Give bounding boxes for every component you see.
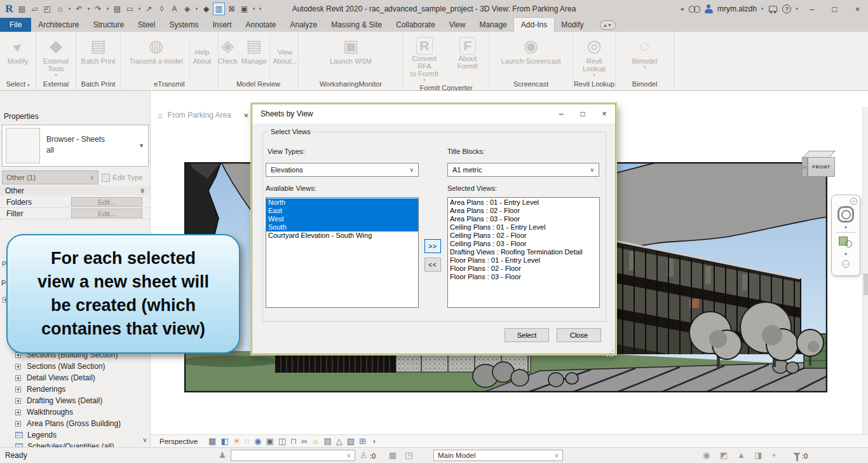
tree-item[interactable]: Schedules/Quantities (all) [0,441,141,447]
list-item[interactable]: South [266,223,418,232]
ribbon-tab[interactable]: Collaborate [389,18,442,32]
ribbon-tab[interactable]: Add-Ins [514,18,554,32]
ribbon-tab[interactable]: Massing & Site [324,18,389,32]
search-icon[interactable] [689,5,700,13]
transmit-a-model-button[interactable]: ◍ Transmit a model [125,34,188,79]
ribbon-tab[interactable]: Steel [131,18,162,32]
move-left-button[interactable]: << [424,258,441,272]
close-button[interactable]: Close [557,328,601,342]
element-filter-combo[interactable]: Other (1)∨ [2,170,98,184]
panel-footer-model-review[interactable]: Model Review [219,79,298,90]
scrollbar-thumb[interactable] [864,273,868,295]
redo-icon[interactable]: ↷ [92,3,104,15]
switch-windows-caret-icon[interactable]: ▾ [251,3,257,15]
modify-button[interactable]: ► Modify [6,34,29,79]
list-item[interactable]: Ceiling Plans : 01 - Entry Level [448,223,599,232]
navbar-close-icon[interactable]: × [850,198,857,205]
view-types-combo[interactable]: Elevations∨ [266,163,419,177]
dialog-maximize-icon[interactable]: □ [572,104,593,123]
select-pinned-elements-icon[interactable]: ▲ [737,450,745,460]
customize-qat-icon[interactable]: ▾ [257,3,263,15]
highlight-displacement-icon[interactable]: ▧ [347,437,355,445]
tree-item[interactable]: Sections (Wall Section) [0,361,141,372]
window-minimize-icon[interactable]: – [803,1,821,17]
tag-by-category-icon[interactable]: ◊ [156,3,168,15]
view-tab-from-parking-area[interactable]: ⌂ From Parking Area × [153,106,254,125]
launch-wsm-button[interactable]: ▣ Launch WSM [329,34,373,79]
undo-icon[interactable]: ↶ [73,3,85,15]
tree-item[interactable]: Renderings [0,384,141,395]
dialog-minimize-icon[interactable]: – [550,104,572,123]
signed-in-user[interactable]: mrym.alzdh [717,4,757,13]
tree-item[interactable]: Walkthroughs [0,406,141,418]
expand-icon[interactable] [15,375,21,381]
viewbar-collapse-icon[interactable]: ‹ [373,438,376,445]
user-avatar-icon[interactable] [705,4,713,13]
zoom-options-caret-icon[interactable]: ▾ [844,251,847,257]
synchronize-icon[interactable]: ⌂ [54,3,66,15]
ribbon-display-toggle[interactable]: ▴▾ [600,20,616,30]
title-blocks-combo[interactable]: A1 metric∨ [447,163,599,177]
panel-footer-external[interactable]: External [36,79,76,90]
navigation-bar[interactable]: × ▾ ▾ – [831,195,860,276]
ribbon-tab[interactable]: Structure [86,18,131,32]
panel-footer-screencast[interactable]: Screencast [489,79,573,90]
about-formit-button[interactable]: F About FormIt [447,34,489,83]
list-item[interactable]: Courtyard Elevation - South Wing [266,232,418,240]
file-tabs-icon[interactable]: ▤ [16,3,28,15]
viewcube[interactable]: I1 FRONT [799,151,839,184]
ribbon-tab[interactable]: Analyze [283,18,325,32]
ribbon-tab[interactable]: Manage [472,18,513,32]
reveal-hidden-elements-icon[interactable]: ☼ [311,437,319,445]
analytical-model-icon[interactable]: △ [336,437,342,445]
viewcube-left-face[interactable]: I1 [802,157,808,177]
view-scale-label[interactable]: Perspective [159,438,198,445]
type-selector-caret-icon[interactable]: ▾ [140,142,143,149]
window-restore-icon[interactable]: □ [825,1,844,17]
external-tools-button[interactable]: ◆ External Tools ▾ [42,34,70,79]
panel-footer-select[interactable]: Select ▾ [0,79,36,90]
sun-path-icon[interactable]: ☀ [233,437,241,445]
collapse-section-icon[interactable]: ≪ [139,188,145,193]
3d-view-caret-icon[interactable]: ▾ [194,3,200,15]
dialog-titlebar[interactable]: Sheets by View – □ × [252,104,615,123]
bimodel-button[interactable]: ◌ Bimodel ▾ [631,34,659,79]
tree-scroll-down-icon[interactable]: ∨ [140,434,150,445]
view-tab-close-icon[interactable]: × [243,111,248,120]
tree-item[interactable]: Drafting Views (Detail) [0,395,141,406]
convert-rfa-button[interactable]: R Convert RFA to FormIt ▾ [403,34,445,83]
list-item[interactable]: Drafting Views : Roofing Termination Det… [448,248,599,256]
check-button[interactable]: ◈ Check [217,34,239,79]
list-item[interactable]: Ceiling Plans : 02 - Floor [448,232,599,240]
drag-elements-on-selection-icon[interactable]: + [771,450,776,460]
switch-windows-icon[interactable]: ▣ [238,3,250,15]
worksharing-display-icon[interactable]: ⊞ [359,437,366,445]
collapse-search-icon[interactable]: ◄ [679,6,684,12]
vertical-scrollbar[interactable] [862,107,868,434]
panel-footer-revit-lookup[interactable]: Revit Lookup [573,79,615,90]
selection-filter-icon[interactable] [793,453,801,457]
ribbon-tab[interactable]: View [442,18,473,32]
navbar-minimize-icon[interactable]: – [842,260,850,268]
render-icon[interactable]: ◉ [254,437,261,445]
design-option-combo[interactable]: Main Model∨ [433,450,563,461]
ribbon-tab[interactable]: Systems [162,18,205,32]
move-right-button[interactable]: >> [424,239,441,253]
synchronize-caret-icon[interactable]: ▾ [67,3,72,15]
close-hidden-windows-icon[interactable]: ⊠ [226,3,238,15]
ribbon-tab[interactable]: Insert [205,18,238,32]
properties-section-other[interactable]: Other ≪ [0,186,150,196]
print-icon[interactable]: ▤ [111,3,123,15]
temporary-view-properties-icon[interactable]: ▤ [323,437,331,445]
select-underlay-elements-icon[interactable]: ◩ [720,450,728,460]
manage-links-icon[interactable]: ◳ [405,450,412,460]
dialog-close-icon[interactable]: × [593,104,615,123]
panel-footer-batch-print[interactable]: Batch Print [76,79,120,90]
model-review-view-about-button[interactable]: View About... [269,34,301,79]
crop-view-icon[interactable]: ▣ [266,437,273,445]
list-item[interactable]: Area Plans : 02 - Floor [448,207,599,215]
select-links-icon[interactable]: ◉ [703,450,710,460]
ribbon-tab[interactable]: File [0,18,31,32]
steering-wheel-icon[interactable] [837,206,854,223]
app-store-cart-icon[interactable] [768,5,778,13]
